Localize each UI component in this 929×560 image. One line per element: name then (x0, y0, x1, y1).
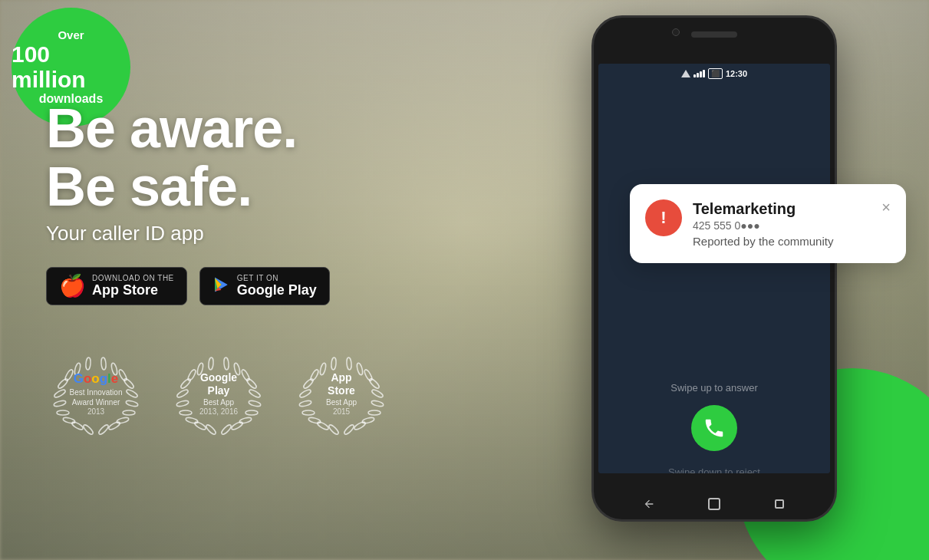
svg-point-8 (71, 420, 84, 430)
main-headline: Be aware. Be safe. (46, 100, 391, 216)
award-google-year: 2013 (70, 407, 123, 416)
award-appstore-sub: Best App (326, 397, 357, 407)
svg-point-56 (368, 410, 380, 415)
award-google-sub: Best InnovationAward Winner (70, 387, 123, 407)
phone-time: 12:30 (726, 69, 747, 78)
svg-point-59 (343, 423, 355, 436)
svg-point-47 (308, 417, 321, 424)
phone-home-button[interactable] (707, 496, 722, 512)
google-play-button[interactable]: GET IT ON Google Play (199, 267, 330, 305)
award-appstore-year: 2015 (326, 407, 357, 416)
svg-point-35 (248, 400, 261, 407)
headline-line2: Be safe. (46, 156, 252, 217)
svg-point-29 (205, 423, 217, 436)
award-google-play: GooglePlay Best App 2013, 2016 (169, 344, 268, 443)
svg-point-34 (223, 357, 229, 370)
svg-point-32 (240, 369, 250, 382)
phone-screen: ⬛ 12:30 Swipe up to answer Swipe down to… (598, 64, 830, 473)
svg-point-21 (180, 377, 192, 390)
svg-point-24 (208, 357, 213, 370)
svg-point-7 (62, 417, 75, 424)
award-app-store-wreath: AppStore Best App 2015 (292, 344, 391, 443)
award-gplay-text: GooglePlay Best App 2013, 2016 (199, 371, 238, 416)
award-google-brand: Google (70, 371, 123, 387)
svg-point-55 (371, 400, 384, 407)
svg-point-40 (299, 388, 312, 398)
notification-header: ! Telemarketing 425 555 0●●● Reported by… (645, 199, 891, 248)
notification-content: Telemarketing 425 555 0●●● Reported by t… (693, 199, 871, 248)
google-play-text: GET IT ON Google Play (237, 274, 317, 298)
notification-warning-icon: ! (645, 199, 682, 236)
phone-screen-content: Swipe up to answer Swipe down to reject (598, 84, 830, 473)
store-buttons: 🍎 Download on the App Store GET IT ON Go… (46, 267, 391, 305)
svg-point-4 (85, 357, 91, 370)
svg-point-46 (302, 410, 315, 415)
app-store-button[interactable]: 🍎 Download on the App Store (46, 267, 187, 305)
award-gplay-brand: GooglePlay (199, 371, 238, 397)
notification-number: 425 555 0●●● (693, 219, 871, 232)
notification-card: ! Telemarketing 425 555 0●●● Reported by… (630, 184, 906, 263)
award-google-text: Google Best InnovationAward Winner 2013 (70, 371, 123, 415)
svg-point-54 (346, 357, 351, 370)
svg-point-6 (57, 410, 69, 415)
svg-point-52 (363, 369, 373, 382)
svg-marker-60 (681, 70, 690, 77)
svg-point-18 (108, 420, 121, 430)
svg-point-39 (220, 423, 232, 436)
phone-home-bar (594, 496, 835, 512)
swipe-down-text: Swipe down to reject (668, 466, 760, 473)
svg-point-11 (123, 377, 135, 390)
svg-point-45 (298, 400, 311, 407)
award-app-store: AppStore Best App 2015 (292, 344, 391, 443)
svg-point-49 (328, 423, 340, 436)
svg-point-51 (368, 377, 380, 390)
award-google-wreath: Google Best InnovationAward Winner 2013 (46, 344, 146, 443)
svg-point-14 (100, 357, 106, 370)
call-accept-button[interactable] (691, 405, 737, 451)
phone-recents-button[interactable] (772, 496, 787, 512)
svg-point-16 (123, 410, 135, 415)
badge-million-text: 100 million (12, 41, 130, 92)
svg-point-5 (53, 400, 66, 407)
phone-back-button[interactable] (641, 496, 657, 512)
svg-point-44 (331, 357, 336, 370)
svg-point-50 (371, 388, 384, 398)
awards-section: Google Best InnovationAward Winner 2013 (46, 344, 391, 443)
svg-point-38 (231, 420, 244, 430)
svg-point-0 (54, 388, 67, 398)
svg-point-9 (82, 423, 94, 436)
phone-area: ⬛ 12:30 Swipe up to answer Swipe down to… (453, 0, 929, 560)
notification-close-button[interactable]: × (881, 199, 891, 215)
svg-point-26 (180, 410, 192, 415)
google-play-label-bottom: Google Play (237, 283, 317, 298)
award-google-play-wreath: GooglePlay Best App 2013, 2016 (169, 344, 268, 443)
svg-point-22 (186, 369, 196, 382)
svg-point-19 (97, 423, 110, 436)
phone-speaker (691, 31, 737, 38)
svg-point-37 (239, 417, 252, 424)
svg-point-53 (356, 362, 364, 375)
svg-point-36 (245, 410, 258, 415)
phone-outer: ⬛ 12:30 Swipe up to answer Swipe down to… (591, 15, 837, 522)
headline-line1: Be aware. (46, 97, 297, 159)
swipe-up-text: Swipe up to answer (670, 382, 757, 394)
app-store-text: Download on the App Store (92, 274, 174, 298)
svg-point-1 (57, 377, 69, 390)
svg-point-28 (194, 420, 207, 430)
subheadline: Your caller ID app (46, 222, 391, 245)
award-google: Google Best InnovationAward Winner 2013 (46, 344, 146, 443)
svg-point-27 (185, 417, 198, 424)
svg-point-57 (361, 417, 374, 424)
svg-point-15 (125, 400, 138, 407)
phone-device: ⬛ 12:30 Swipe up to answer Swipe down to… (591, 15, 837, 522)
apple-icon: 🍎 (59, 275, 86, 297)
award-appstore-brand: AppStore (326, 371, 357, 397)
svg-point-42 (309, 369, 319, 382)
award-appstore-text: AppStore Best App 2015 (326, 371, 357, 416)
svg-point-31 (245, 377, 258, 390)
svg-point-48 (317, 420, 330, 430)
phone-status-bar: ⬛ 12:30 (598, 64, 830, 84)
notification-description: Reported by the community (693, 235, 871, 248)
google-play-icon (212, 275, 231, 297)
svg-point-20 (176, 388, 189, 398)
